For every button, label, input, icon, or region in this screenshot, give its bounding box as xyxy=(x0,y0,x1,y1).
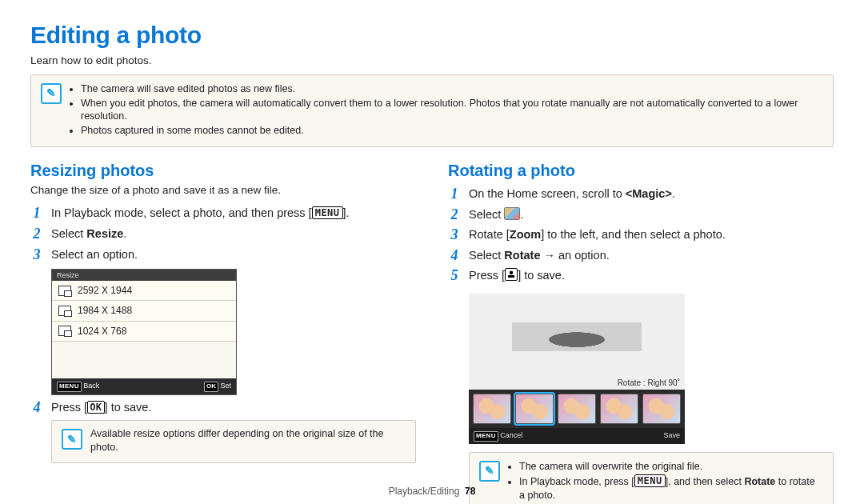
top-note-item: Photos captured in some modes cannot be … xyxy=(81,124,823,138)
step-number: 2 xyxy=(448,207,461,222)
note-icon: ✎ xyxy=(41,83,62,104)
resizing-step-2: Select Resize. xyxy=(51,226,126,242)
resizing-step-3: Select an option. xyxy=(51,247,138,263)
rotating-step-1: On the Home screen, scroll to <Magic>. xyxy=(469,186,675,202)
step-text: Press [ xyxy=(469,269,505,282)
save-button-icon xyxy=(505,268,518,281)
resizing-step-1: In Playback mode, select a photo, and th… xyxy=(51,206,350,222)
resizing-note-box: ✎ Available resize options differ depend… xyxy=(51,420,416,463)
rotate-thumbnail-selected xyxy=(515,394,554,424)
rotate-dialog-footer: MENU Cancel Save xyxy=(469,428,685,444)
rotate-save-label: Save xyxy=(663,431,680,439)
step-number: 3 xyxy=(448,227,461,242)
step-number: 4 xyxy=(448,248,461,262)
step-text: ] to the left, and then select a photo. xyxy=(541,228,726,241)
step-bold: Resize xyxy=(86,227,123,240)
rotating-note-item: The camera will overwrite the original f… xyxy=(519,460,823,474)
rotating-step-2: Select . xyxy=(469,207,523,223)
magic-mode-icon xyxy=(504,207,520,220)
top-note-list: The camera will save edited photos as ne… xyxy=(70,82,823,139)
rotate-caption: Rotate : Right 90˚ xyxy=(613,376,685,390)
resize-option-icon xyxy=(58,286,71,296)
page-footer: Playback/Editing 78 xyxy=(0,485,864,498)
resize-option: 1984 X 1488 xyxy=(52,301,236,321)
resizing-title: Resizing photos xyxy=(30,160,416,182)
step-text: . xyxy=(672,187,675,200)
resize-option: 1024 X 768 xyxy=(52,322,236,342)
resize-set-label: Set xyxy=(220,382,231,390)
step-text: Select xyxy=(51,227,86,240)
step-text: In Playback mode, select a photo, and th… xyxy=(51,206,312,219)
resizing-steps-continued: 4 Press [OK] to save. xyxy=(30,400,416,416)
ok-button-icon: OK xyxy=(87,401,104,414)
resizing-steps: 1 In Playback mode, select a photo, and … xyxy=(30,206,416,262)
rotate-thumbnail xyxy=(600,394,638,424)
step-text: Select xyxy=(469,208,504,221)
menu-button-icon: MENU xyxy=(474,431,498,442)
step-text: Rotate [ xyxy=(469,228,510,241)
rotate-thumbnail-strip xyxy=(469,390,685,428)
resize-option-icon xyxy=(58,326,71,336)
resize-option-icon xyxy=(58,306,71,316)
step-text: ] to save. xyxy=(105,401,152,414)
step-text: ]. xyxy=(343,206,350,219)
rotating-step-3: Rotate [Zoom] to the left, and then sele… xyxy=(469,227,726,243)
ok-button-icon: OK xyxy=(204,382,218,392)
menu-button-icon: MENU xyxy=(312,206,343,219)
resizing-step-4: Press [OK] to save. xyxy=(51,400,151,416)
step-number: 4 xyxy=(30,400,43,414)
resize-option-label: 2592 X 1944 xyxy=(78,284,132,297)
resize-option: 2592 X 1944 xyxy=(52,281,236,301)
resizing-subtitle: Change the size of a photo and save it a… xyxy=(30,183,416,198)
resize-back-label: Back xyxy=(83,382,99,390)
step-text: → an option. xyxy=(540,249,609,262)
step-bold: <Magic> xyxy=(626,187,672,200)
rotate-thumbnail xyxy=(558,394,596,424)
step-number: 5 xyxy=(448,268,461,282)
page-subtitle: Learn how to edit photos. xyxy=(30,54,834,68)
top-note-item: The camera will save edited photos as ne… xyxy=(81,82,823,96)
step-text: ] to save. xyxy=(518,269,565,282)
step-text: Press [ xyxy=(51,401,87,414)
step-bold: Rotate xyxy=(504,249,540,262)
step-number: 1 xyxy=(448,186,461,201)
step-text: . xyxy=(520,208,523,221)
resize-option-label: 1024 X 768 xyxy=(78,325,126,338)
step-number: 2 xyxy=(30,226,43,241)
top-note-item: When you edit photos, the camera will au… xyxy=(81,97,823,124)
resize-dialog-screenshot: Resize 2592 X 1944 1984 X 1488 1024 X 76… xyxy=(51,269,237,395)
top-note-box: ✎ The camera will save edited photos as … xyxy=(30,74,834,148)
rotating-step-5: Press [] to save. xyxy=(469,268,565,284)
footer-page-number: 78 xyxy=(465,486,475,497)
note-icon: ✎ xyxy=(479,461,500,482)
page-title: Editing a photo xyxy=(30,19,834,52)
rotating-title: Rotating a photo xyxy=(448,160,834,182)
step-text: . xyxy=(123,227,126,240)
resize-option-label: 1984 X 1488 xyxy=(78,304,132,317)
rotating-section: Rotating a photo 1 On the Home screen, s… xyxy=(448,160,834,504)
resizing-section: Resizing photos Change the size of a pho… xyxy=(30,160,416,504)
resize-dialog-title: Resize xyxy=(52,270,236,281)
step-bold: Zoom xyxy=(510,228,541,241)
rotate-preview-area: Rotate : Right 90˚ xyxy=(469,294,685,390)
step-number: 1 xyxy=(30,206,43,220)
step-number: 3 xyxy=(30,247,43,262)
step-text: On the Home screen, scroll to xyxy=(469,187,626,200)
rotate-cancel-label: Cancel xyxy=(500,431,522,439)
rotate-thumbnail xyxy=(473,394,511,424)
rotate-thumbnail xyxy=(642,394,681,424)
menu-button-icon: MENU xyxy=(57,382,82,392)
rotating-step-4: Select Rotate → an option. xyxy=(469,248,610,264)
step-text: Select xyxy=(469,249,504,262)
resize-dialog-footer: MENU Back OK Set xyxy=(52,378,236,394)
rotate-dialog-screenshot: Rotate : Right 90˚ MENU Cancel Save xyxy=(469,294,685,444)
rotating-steps: 1 On the Home screen, scroll to <Magic>.… xyxy=(448,186,834,284)
note-icon: ✎ xyxy=(62,429,82,450)
footer-section: Playback/Editing xyxy=(389,486,460,497)
resizing-note-text: Available resize options differ dependin… xyxy=(90,427,406,454)
